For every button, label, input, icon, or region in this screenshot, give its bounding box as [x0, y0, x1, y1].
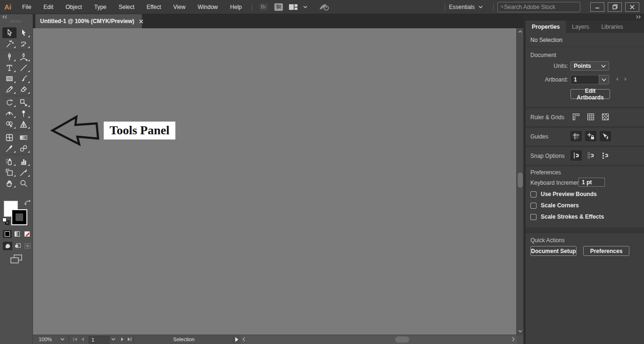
gradient-button[interactable]: [13, 230, 22, 238]
artboard-number-field[interactable]: [89, 336, 109, 344]
scroll-up-icon[interactable]: [518, 30, 522, 33]
checkbox-icon[interactable]: [530, 214, 537, 220]
eraser-tool[interactable]: [17, 84, 31, 95]
snap-to-grid-icon[interactable]: [585, 150, 596, 161]
vertical-scrollbar[interactable]: [516, 28, 523, 335]
document-tab[interactable]: Untitled-1 @ 100% (CMYK/Preview): [35, 14, 142, 28]
menu-file[interactable]: File: [16, 0, 37, 14]
gpu-performance-icon[interactable]: [319, 3, 329, 11]
previous-artboard-icon[interactable]: [81, 337, 84, 342]
paintbrush-tool[interactable]: [17, 73, 31, 84]
arrange-documents-icon[interactable]: [289, 4, 297, 10]
vertical-scroll-thumb[interactable]: [518, 172, 523, 188]
rotate-tool[interactable]: [2, 97, 17, 108]
bridge-icon[interactable]: Br: [259, 3, 268, 11]
slice-tool[interactable]: [17, 167, 31, 178]
direct-selection-tool[interactable]: [17, 27, 31, 38]
scale-tool[interactable]: [17, 97, 31, 108]
blend-tool[interactable]: [17, 143, 31, 154]
adobe-stock-search[interactable]: [497, 2, 580, 12]
menu-help[interactable]: Help: [224, 0, 248, 14]
lock-guides-icon[interactable]: [585, 131, 596, 141]
tab-properties[interactable]: Properties: [526, 21, 566, 33]
menu-effect[interactable]: Effect: [140, 0, 167, 14]
use-preview-bounds-option[interactable]: Use Preview Bounds: [530, 191, 597, 197]
show-rulers-icon[interactable]: [570, 112, 582, 122]
smart-guides-icon[interactable]: [600, 131, 611, 141]
none-button[interactable]: [23, 230, 32, 238]
scroll-left-icon[interactable]: [242, 337, 245, 342]
show-transparency-grid-icon[interactable]: [600, 112, 611, 122]
workspace-switcher[interactable]: Essentials: [449, 4, 483, 10]
snap-to-point-icon[interactable]: [570, 150, 582, 161]
preferences-button[interactable]: Preferences: [583, 246, 629, 256]
symbol-sprayer-tool[interactable]: [2, 156, 17, 167]
curvature-tool[interactable]: [17, 51, 31, 62]
default-fill-stroke-icon[interactable]: [2, 218, 10, 225]
zoom-tool[interactable]: [17, 178, 31, 188]
menu-view[interactable]: View: [167, 0, 192, 14]
close-tab-icon[interactable]: [139, 19, 143, 24]
scale-strokes-effects-option[interactable]: Scale Strokes & Effects: [530, 213, 604, 220]
scroll-down-icon[interactable]: [518, 330, 522, 333]
gradient-tool[interactable]: [17, 132, 31, 143]
artboard-dropdown[interactable]: 1: [570, 75, 609, 84]
selection-tool[interactable]: [2, 27, 17, 38]
keyboard-increment-field[interactable]: [578, 178, 605, 187]
hand-tool[interactable]: [2, 178, 17, 188]
menu-select[interactable]: Select: [113, 0, 140, 14]
artboard-canvas[interactable]: Tools Panel: [33, 28, 523, 335]
edit-artboards-button[interactable]: Edit Artboards: [570, 89, 610, 99]
menu-type[interactable]: Type: [88, 0, 113, 14]
search-input[interactable]: [504, 4, 577, 10]
artboard-dropdown-icon[interactable]: [111, 338, 116, 341]
width-tool[interactable]: [2, 108, 17, 119]
tab-libraries[interactable]: Libraries: [595, 21, 629, 33]
scale-corners-option[interactable]: Scale Corners: [530, 202, 579, 209]
menu-edit[interactable]: Edit: [37, 0, 59, 14]
document-setup-button[interactable]: Document Setup: [530, 246, 577, 256]
collapse-panels-icon[interactable]: [636, 15, 641, 19]
line-segment-tool[interactable]: [17, 62, 31, 73]
draw-normal-icon[interactable]: [3, 242, 12, 250]
artboard-tool[interactable]: [2, 167, 17, 178]
zoom-dropdown-icon[interactable]: [60, 338, 65, 341]
zoom-level[interactable]: 100%: [39, 336, 52, 342]
horizontal-scrollbar[interactable]: [240, 335, 517, 344]
shape-builder-tool[interactable]: [2, 119, 17, 130]
panel-grip[interactable]: [10, 20, 21, 23]
rectangle-tool[interactable]: [2, 73, 17, 84]
scroll-right-icon[interactable]: [512, 337, 515, 342]
type-tool[interactable]: [2, 62, 17, 73]
pencil-tool[interactable]: [2, 84, 17, 95]
perspective-grid-tool[interactable]: [17, 119, 31, 130]
chevron-down-icon[interactable]: [303, 6, 307, 8]
previous-artboard-icon[interactable]: [615, 77, 619, 82]
change-screen-mode-icon[interactable]: [10, 254, 23, 264]
show-guides-icon[interactable]: [570, 131, 582, 141]
mesh-tool[interactable]: [2, 132, 17, 143]
pen-tool[interactable]: [2, 51, 17, 62]
tab-layers[interactable]: Layers: [566, 21, 595, 33]
minimize-button[interactable]: [590, 2, 604, 12]
collapse-tools-icon[interactable]: [2, 15, 7, 19]
close-button[interactable]: [625, 2, 639, 12]
show-grid-icon[interactable]: [585, 112, 596, 122]
next-artboard-icon[interactable]: [624, 77, 627, 82]
menu-object[interactable]: Object: [59, 0, 88, 14]
units-dropdown[interactable]: Points: [570, 61, 609, 71]
eyedropper-tool[interactable]: [2, 143, 17, 154]
stroke-color-swatch[interactable]: [11, 209, 27, 225]
column-graph-tool[interactable]: [17, 156, 31, 167]
color-button[interactable]: [3, 230, 12, 238]
menu-window[interactable]: Window: [191, 0, 224, 14]
checkbox-icon[interactable]: [530, 191, 537, 197]
first-artboard-icon[interactable]: [73, 337, 77, 342]
draw-inside-icon[interactable]: [23, 242, 32, 250]
swap-fill-stroke-icon[interactable]: [24, 199, 31, 206]
lasso-tool[interactable]: [17, 38, 31, 49]
last-artboard-icon[interactable]: [127, 337, 132, 342]
next-artboard-icon[interactable]: [121, 337, 124, 342]
horizontal-scroll-thumb[interactable]: [395, 336, 409, 343]
stock-icon[interactable]: St: [274, 3, 283, 11]
